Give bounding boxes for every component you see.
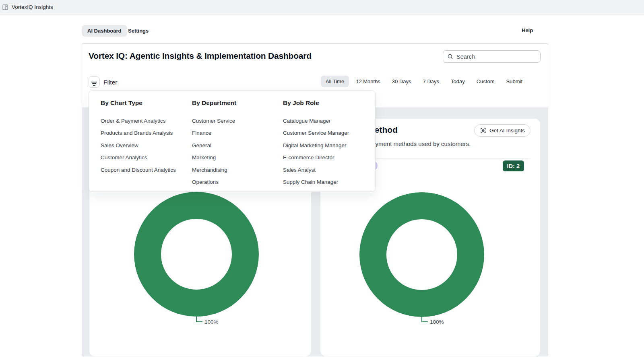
- filter-option-finance[interactable]: Finance: [192, 127, 236, 140]
- popover-heading: By Chart Type: [101, 99, 176, 115]
- filter-popover: By Chart Type Order & Payment Analytics …: [89, 90, 376, 192]
- app-title: VortexIQ Insights: [12, 4, 53, 10]
- tab-ai-dashboard-label: AI Dashboard: [87, 28, 122, 34]
- popover-column-department: By Department Customer Service Finance G…: [192, 99, 236, 188]
- filter-option-digital-marketing-manager[interactable]: Digital Marketing Manager: [283, 139, 349, 152]
- get-ai-insights-label: Get AI Insights: [489, 128, 525, 134]
- filter-option-merchandising[interactable]: Merchandising: [192, 164, 236, 176]
- donut-chart-right: [359, 192, 484, 317]
- donut-hole: [386, 219, 457, 290]
- donut-right-value-label: 100%: [430, 319, 444, 325]
- donut-right-connector: [421, 321, 428, 322]
- filter-label: Filter: [103, 79, 117, 86]
- donut-left-connector: [196, 321, 202, 322]
- search-box[interactable]: [443, 50, 541, 63]
- tab-ai-dashboard[interactable]: AI Dashboard: [82, 25, 127, 37]
- popover-column-job-role: By Job Role Catalogue Manager Customer S…: [283, 99, 349, 188]
- time-filter-30-days[interactable]: 30 Days: [387, 76, 416, 87]
- donut-hole: [161, 219, 232, 290]
- page-title: Vortex IQ: Agentic Insights & Implementa…: [89, 51, 312, 61]
- filter-option-supply-chain-manager[interactable]: Supply Chain Manager: [283, 176, 349, 189]
- ai-insights-eye-icon: [480, 127, 487, 134]
- popover-heading: By Department: [192, 99, 236, 115]
- filter-option-coupon-discount-analytics[interactable]: Coupon and Discount Analytics: [101, 164, 176, 176]
- time-filter-12-months[interactable]: 12 Months: [351, 76, 385, 87]
- filter-option-sales-analyst[interactable]: Sales Analyst: [283, 164, 349, 176]
- filter-icon: [91, 82, 97, 82]
- time-filter-custom[interactable]: Custom: [472, 76, 500, 87]
- tab-settings-label: Settings: [128, 28, 149, 34]
- filter-option-catalogue-manager[interactable]: Catalogue Manager: [283, 115, 349, 127]
- filter-option-ecommerce-director[interactable]: E-commerce Director: [283, 152, 349, 164]
- filter-option-customer-analytics[interactable]: Customer Analytics: [101, 152, 176, 164]
- popover-heading: By Job Role: [283, 99, 349, 115]
- donut-left-value-label: 100%: [204, 319, 219, 325]
- time-filter-7-days[interactable]: 7 Days: [418, 76, 444, 87]
- tab-settings[interactable]: Settings: [128, 25, 149, 37]
- chart-id-badge: ID: 2: [503, 160, 524, 171]
- help-link[interactable]: Help: [522, 27, 533, 33]
- filter-option-customer-service[interactable]: Customer Service: [192, 115, 236, 127]
- filter-option-sales-overview[interactable]: Sales Overview: [101, 139, 176, 152]
- filter-option-operations[interactable]: Operations: [192, 176, 236, 189]
- top-bar: VortexIQ Insights: [0, 0, 644, 14]
- filter-option-order-payment-analytics[interactable]: Order & Payment Analytics: [101, 115, 176, 127]
- filter-option-marketing[interactable]: Marketing: [192, 152, 236, 164]
- filter-option-products-brands-analysis[interactable]: Products and Brands Analysis: [101, 127, 176, 140]
- submit-button[interactable]: Submit: [502, 76, 527, 87]
- filter-button[interactable]: [89, 76, 100, 88]
- donut-chart-left: [134, 192, 259, 317]
- app-logo-icon: [2, 4, 8, 10]
- popover-column-chart-type: By Chart Type Order & Payment Analytics …: [101, 99, 176, 176]
- time-filter-today[interactable]: Today: [446, 76, 470, 87]
- time-range-bar: All Time 12 Months 30 Days 7 Days Today …: [321, 76, 527, 87]
- search-input[interactable]: [456, 53, 536, 60]
- search-icon: [447, 53, 453, 60]
- filter-option-general[interactable]: General: [192, 139, 236, 152]
- time-filter-all-time[interactable]: All Time: [321, 76, 349, 87]
- get-ai-insights-button[interactable]: Get AI Insights: [474, 124, 530, 137]
- filter-option-customer-service-manager[interactable]: Customer Service Manager: [283, 127, 349, 140]
